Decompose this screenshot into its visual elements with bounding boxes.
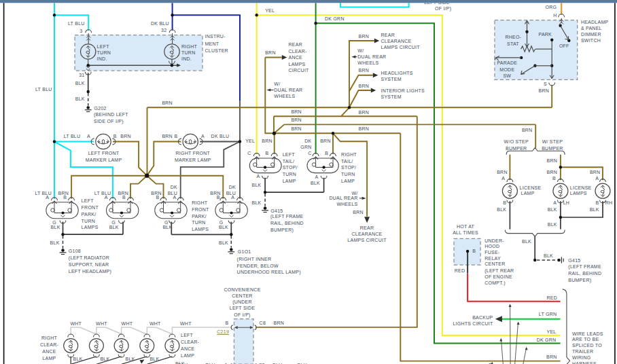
svg-text:MARKER LAMP: MARKER LAMP xyxy=(175,158,211,162)
svg-text:BRN: BRN xyxy=(120,134,131,139)
svg-text:HOT AT: HOT AT xyxy=(457,224,475,229)
svg-text:WHT: WHT xyxy=(180,321,192,326)
svg-text:A: A xyxy=(315,175,319,179)
svg-text:(LEFT FRAME: (LEFT FRAME xyxy=(270,214,304,219)
svg-text:B: B xyxy=(226,321,229,325)
svg-text:CENTER: CENTER xyxy=(232,293,252,298)
svg-text:A: A xyxy=(87,134,90,139)
svg-text:CENTER: CENTER xyxy=(484,261,505,266)
svg-text:BRN: BRN xyxy=(353,210,364,215)
svg-text:BRN: BRN xyxy=(262,139,272,143)
svg-text:DIMMER: DIMMER xyxy=(581,32,601,37)
svg-text:REAR: REAR xyxy=(381,33,395,37)
svg-text:C: C xyxy=(247,151,251,156)
svg-text:RIGHT: RIGHT xyxy=(341,152,357,157)
svg-text:BUMPER: BUMPER xyxy=(506,146,527,151)
svg-text:REAR: REAR xyxy=(289,42,302,47)
svg-text:B: B xyxy=(113,134,117,139)
svg-text:LICENSE: LICENSE xyxy=(520,185,542,190)
svg-text:B: B xyxy=(325,151,328,156)
svg-text:RHEO-: RHEO- xyxy=(505,35,521,39)
svg-text:W/: W/ xyxy=(357,48,364,53)
svg-text:UNDERHOOD REEL LAMP): UNDERHOOD REEL LAMP) xyxy=(237,270,301,275)
svg-text:LEFT: LEFT xyxy=(82,198,94,203)
svg-text:A: A xyxy=(173,195,177,200)
svg-text:SPLICED TO: SPLICED TO xyxy=(572,343,602,348)
svg-text:CIRCUIT: CIRCUIT xyxy=(289,68,310,73)
svg-text:LEFT SIDE: LEFT SIDE xyxy=(230,306,255,310)
svg-text:BLK: BLK xyxy=(126,357,135,361)
svg-text:DK: DK xyxy=(229,185,236,189)
svg-text:COMPT.): COMPT.) xyxy=(484,280,506,286)
svg-text:DK: DK xyxy=(304,139,311,143)
svg-text:WIRE LEADS: WIRE LEADS xyxy=(572,331,603,336)
svg-text:TURN: TURN xyxy=(341,172,355,177)
svg-text:TRAILER: TRAILER xyxy=(572,349,593,354)
svg-text:BRN: BRN xyxy=(291,117,302,122)
svg-text:RAIL, BEHIND: RAIL, BEHIND xyxy=(568,271,601,276)
svg-text:BLK: BLK xyxy=(100,357,109,361)
svg-text:BRN: BRN xyxy=(359,84,370,88)
svg-text:YEL: YEL xyxy=(245,139,255,143)
svg-text:WHEELS: WHEELS xyxy=(274,94,295,98)
svg-text:HEADLAMP: HEADLAMP xyxy=(581,20,609,24)
svg-text:(RIGHT INNER: (RIGHT INNER xyxy=(237,257,272,262)
svg-text:SYSTEM: SYSTEM xyxy=(381,77,402,81)
svg-text:PARK: PARK xyxy=(539,32,552,37)
svg-text:DUAL REAR: DUAL REAR xyxy=(329,196,357,200)
svg-text:OF I/P): OF I/P) xyxy=(435,6,451,12)
svg-text:BLK: BLK xyxy=(51,225,60,230)
svg-text:BRN: BRN xyxy=(359,34,370,39)
svg-text:A: A xyxy=(553,200,557,205)
svg-text:LT GRN: LT GRN xyxy=(539,312,557,316)
svg-text:RIGHT FRONT: RIGHT FRONT xyxy=(176,151,211,156)
svg-text:ARE TO BE: ARE TO BE xyxy=(572,337,599,342)
svg-text:CONVENIENCE: CONVENIENCE xyxy=(224,287,260,292)
svg-text:UNDER-: UNDER- xyxy=(484,238,504,243)
svg-text:MENT: MENT xyxy=(205,41,219,46)
svg-text:TURN: TURN xyxy=(283,172,296,177)
svg-text:STOP/: STOP/ xyxy=(283,165,298,170)
svg-text:CLEARANCE: CLEARANCE xyxy=(381,39,412,43)
svg-text:PARADE: PARADE xyxy=(497,60,517,65)
svg-text:LH: LH xyxy=(563,200,569,205)
svg-text:ANCE: ANCE xyxy=(42,349,56,354)
svg-text:ANCE: ANCE xyxy=(289,55,303,60)
svg-text:B: B xyxy=(156,195,160,200)
svg-text:SIDE OF I/P): SIDE OF I/P) xyxy=(94,119,124,124)
svg-text:HARNESS: HARNESS xyxy=(572,361,597,364)
svg-text:BRN: BRN xyxy=(538,88,549,93)
svg-text:A: A xyxy=(501,176,505,181)
svg-text:RAIL, BEHIND: RAIL, BEHIND xyxy=(270,221,304,225)
svg-text:LEFT: LEFT xyxy=(283,152,296,157)
svg-text:LAMPS: LAMPS xyxy=(82,225,99,230)
svg-text:BRN: BRN xyxy=(291,126,302,131)
svg-text:BACKUP: BACKUP xyxy=(472,315,493,320)
svg-text:LAMPS: LAMPS xyxy=(289,62,306,67)
svg-text:C: C xyxy=(308,151,311,156)
svg-text:& PANEL: & PANEL xyxy=(581,26,602,31)
svg-text:LAMP: LAMP xyxy=(181,353,194,358)
svg-text:REAR: REAR xyxy=(360,225,374,230)
svg-text:G415: G415 xyxy=(568,258,580,263)
svg-text:DUAL REAR: DUAL REAR xyxy=(274,88,302,92)
svg-text:B: B xyxy=(472,249,476,253)
svg-text:OFF: OFF xyxy=(559,43,569,48)
svg-text:BRN: BRN xyxy=(359,126,370,131)
svg-text:BLK: BLK xyxy=(544,253,553,258)
svg-text:DK GRN: DK GRN xyxy=(537,338,557,342)
svg-text:LAMP: LAMP xyxy=(42,356,56,361)
svg-text:TAIL/: TAIL/ xyxy=(341,159,353,164)
svg-text:RELAY: RELAY xyxy=(484,256,501,261)
svg-text:RIGHT: RIGHT xyxy=(41,335,58,340)
svg-text:B: B xyxy=(265,151,268,156)
svg-text:SWITCH: SWITCH xyxy=(581,38,601,43)
svg-text:BRN: BRN xyxy=(547,158,558,163)
svg-text:RH: RH xyxy=(605,200,613,205)
svg-text:FENDER, BELOW: FENDER, BELOW xyxy=(237,263,279,268)
svg-text:WHT: WHT xyxy=(96,321,107,326)
svg-text:BRN: BRN xyxy=(546,354,557,359)
svg-text:LICENSE: LICENSE xyxy=(570,185,592,190)
svg-text:BLK: BLK xyxy=(75,81,85,86)
svg-text:SYSTEM: SYSTEM xyxy=(381,94,402,99)
